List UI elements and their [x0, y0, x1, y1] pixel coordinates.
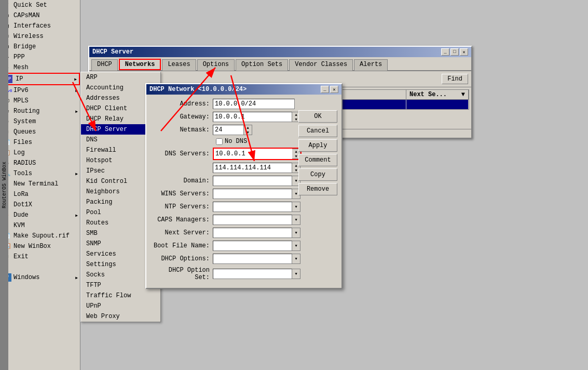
boot-input[interactable] [213, 241, 292, 251]
dns-servers-row2: ▲ ▼ [151, 163, 295, 173]
dialog-close[interactable]: ✕ [330, 86, 338, 93]
submenu-upnp[interactable]: UPnP [81, 301, 160, 311]
dhcp-network-dialog: DHCP Network <10.0.0.0/24> _ ✕ Address: … [145, 83, 343, 289]
dialog-minimize[interactable]: _ [321, 86, 329, 93]
sidebar-item-interfaces[interactable]: ▦ Interfaces [0, 21, 80, 31]
dhcp-option-set-input[interactable] [213, 269, 292, 279]
maximize-button[interactable]: □ [450, 48, 459, 56]
sidebar-item-windows[interactable]: W Windows ▶ [0, 272, 80, 283]
dns-servers-input2[interactable] [213, 163, 292, 173]
sidebar-item-files[interactable]: 📄 Files [0, 137, 80, 148]
tab-leases[interactable]: Leases [162, 59, 196, 71]
sidebar-item-wireless[interactable]: ≋ Wireless [0, 31, 80, 42]
minimize-button[interactable]: _ [441, 48, 449, 56]
apply-button[interactable]: Apply [298, 139, 337, 152]
tab-vendor-classes[interactable]: Vendor Classes [289, 59, 353, 71]
cancel-button[interactable]: Cancel [298, 125, 337, 137]
routeros-label: RouterOS WinBox [2, 162, 7, 208]
sidebar-item-lora[interactable]: ▪ LoRa [0, 189, 80, 200]
copy-button[interactable]: Copy [298, 168, 337, 181]
submenu-traffic-flow[interactable]: Traffic Flow [81, 290, 160, 301]
sidebar-item-bridge[interactable]: ⊞ Bridge [0, 42, 80, 52]
netmask-spinner[interactable]: ▲ ▼ [244, 125, 252, 135]
comment-button[interactable]: Comment [298, 154, 337, 166]
tab-networks[interactable]: Networks [119, 59, 161, 70]
tab-alerts[interactable]: Alerts [354, 59, 388, 71]
dialog-buttons: OK Cancel Apply Comment Copy Remove [298, 110, 337, 195]
address-input[interactable] [213, 99, 295, 109]
ntp-spinner[interactable]: ▼ [292, 202, 300, 212]
close-button[interactable]: ✕ [460, 48, 468, 56]
sidebar-item-capsman[interactable]: ■ CAPsMAN [0, 10, 80, 21]
sidebar-item-ipv6[interactable]: IPv6 IPv6 ▶ [0, 85, 80, 96]
dialog-controls: _ ✕ [321, 86, 338, 93]
next-server-input[interactable] [213, 228, 292, 238]
dhcp-options-container: ▼ [213, 254, 300, 264]
ntp-input[interactable] [213, 202, 292, 212]
sidebar-item-quick-set[interactable]: ⚡ Quick Set [0, 0, 80, 10]
dhcp-option-set-spinner[interactable]: ▼ [292, 269, 300, 279]
sidebar-item-dot1x[interactable]: ◦ Dot1X [0, 200, 80, 210]
sidebar-item-routing[interactable]: ⇄ Routing ▶ [0, 106, 80, 116]
sidebar-item-new-terminal[interactable]: ▪ New Terminal [0, 179, 80, 189]
submenu-arp[interactable]: ARP [81, 72, 160, 83]
dhcp-options-label: DHCP Options: [151, 255, 213, 262]
tab-dhcp[interactable]: DHCP [91, 59, 118, 71]
address-label: Address: [151, 100, 213, 108]
ok-button[interactable]: OK [298, 110, 337, 123]
tabs-bar: DHCP Networks Leases Options Option Sets… [89, 57, 471, 71]
sidebar-item-new-winbox[interactable]: 🪟 New WinBox [0, 241, 80, 252]
netmask-label: Netmask: [151, 126, 213, 134]
dialog-content: Address: Gateway: ▲ ▼ Netmask: [146, 95, 341, 288]
domain-label: Domain: [151, 177, 213, 184]
sidebar-item-make-supout[interactable]: 📄 Make Supout.rif [0, 231, 80, 241]
sidebar-item-tools[interactable]: 🔧 Tools ▶ [0, 168, 80, 179]
routeros-sidebar: RouterOS WinBox [0, 0, 8, 370]
dhcp-window-title: DHCP Server [92, 48, 133, 56]
dhcp-options-row: DHCP Options: ▼ [151, 254, 295, 264]
sidebar-item-mpls[interactable]: ⬡ MPLS [0, 96, 80, 106]
sidebar-item-kvm[interactable]: ▪ KVM [0, 220, 80, 231]
domain-input[interactable] [213, 176, 292, 186]
sidebar-item-dude[interactable]: ● Dude ▶ [0, 210, 80, 220]
next-server-spinner[interactable]: ▼ [292, 228, 300, 238]
wins-input[interactable] [213, 189, 292, 199]
next-server-label: Next Server: [151, 229, 213, 236]
no-dns-checkbox[interactable] [216, 138, 223, 145]
next-server-container: ▼ [213, 228, 300, 238]
dhcp-options-input[interactable] [213, 254, 292, 264]
sidebar-item-system[interactable]: ⚙ System [0, 116, 80, 127]
wins-label: WINS Servers: [151, 190, 213, 197]
boot-spinner[interactable]: ▼ [292, 241, 300, 251]
find-button[interactable]: Find [442, 74, 468, 84]
gateway-input[interactable] [213, 112, 292, 122]
sidebar-item-radius[interactable]: ✳ RADIUS [0, 158, 80, 168]
ntp-label: NTP Servers: [151, 203, 213, 210]
domain-container: ▼ [213, 176, 300, 186]
sidebar-item-exit[interactable]: ✖ Exit [0, 252, 80, 262]
address-row: Address: [151, 99, 295, 109]
sidebar-item-ppp[interactable]: ◆ PPP [0, 52, 80, 62]
no-dns-row: No DNS [151, 138, 295, 145]
remove-button[interactable]: Remove [298, 183, 337, 195]
next-server-row: Next Server: ▼ [151, 228, 295, 238]
caps-row: CAPS Managers: ▼ [151, 215, 295, 225]
submenu-web-proxy[interactable]: Web Proxy [81, 311, 160, 322]
sidebar-item-queues[interactable]: ≡ Queues [0, 127, 80, 137]
sidebar-item-log[interactable]: 📋 Log [0, 148, 80, 158]
dhcp-options-spinner[interactable]: ▼ [292, 254, 300, 264]
sidebar-item-ip[interactable]: IP IP ▶ [0, 73, 80, 85]
dns-field-container: ▲ ▼ [213, 148, 302, 160]
dhcp-option-set-row: DHCP Option Set: ▼ [151, 267, 295, 281]
dns-servers-input[interactable] [214, 149, 292, 159]
netmask-input[interactable] [213, 125, 244, 135]
dialog-title: DHCP Network <10.0.0.0/24> [149, 86, 247, 93]
caps-input[interactable] [213, 215, 292, 225]
sidebar-item-mesh[interactable]: ✦ Mesh [0, 62, 80, 73]
dropdown-arrow[interactable]: ▼ [461, 91, 465, 98]
tab-options[interactable]: Options [197, 59, 235, 71]
tab-option-sets[interactable]: Option Sets [236, 59, 288, 71]
col-next: Next Se... ▼ [406, 90, 469, 99]
caps-spinner[interactable]: ▼ [292, 215, 300, 225]
ip-arrow: ▶ [74, 77, 77, 82]
